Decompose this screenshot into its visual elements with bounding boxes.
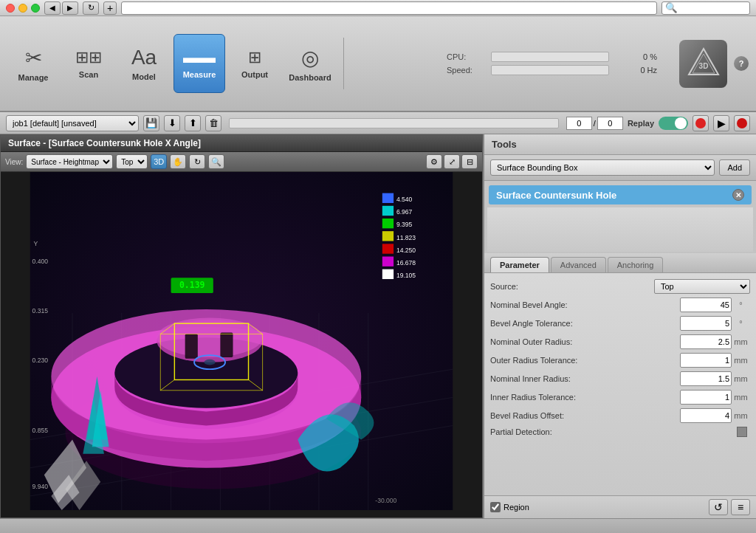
job-counter-max[interactable] bbox=[597, 117, 623, 130]
partial-detection-checkbox[interactable] bbox=[737, 427, 747, 437]
region-checkbox[interactable] bbox=[490, 502, 501, 512]
minimize-button[interactable] bbox=[18, 4, 27, 13]
main-content: Surface - [Surface Countersunk Hole X An… bbox=[0, 134, 756, 518]
replay-toggle[interactable] bbox=[659, 117, 688, 130]
param-input-5[interactable] bbox=[680, 390, 732, 405]
view-pan-button[interactable]: ✋ bbox=[170, 154, 186, 169]
output-label: Output bbox=[241, 70, 268, 79]
job-counter: / bbox=[566, 117, 623, 130]
param-input-3[interactable] bbox=[680, 353, 732, 368]
job-counter-current[interactable] bbox=[566, 117, 592, 130]
view-zoom-button[interactable]: 🔍 bbox=[208, 154, 224, 169]
view-settings-button[interactable]: ⚙ bbox=[426, 154, 442, 169]
param-input-4[interactable] bbox=[680, 371, 732, 386]
param-input-2[interactable] bbox=[680, 334, 732, 349]
view-angle-select[interactable]: Top bbox=[116, 154, 148, 169]
nav-back-button[interactable]: ◀ bbox=[44, 1, 61, 15]
reset-button[interactable]: ↺ bbox=[709, 499, 728, 515]
download-button[interactable]: ⬇ bbox=[164, 115, 180, 131]
source-label: Source: bbox=[490, 282, 654, 291]
view-info-button[interactable]: ⊟ bbox=[461, 154, 478, 169]
svg-text:4.540: 4.540 bbox=[396, 196, 413, 203]
tool-preview-area bbox=[487, 207, 753, 252]
param-row-2: Nominal Outer Radius: mm bbox=[490, 334, 750, 349]
param-unit-4: mm bbox=[732, 374, 750, 383]
svg-text:11.823: 11.823 bbox=[396, 234, 416, 241]
param-row-5: Inner Radius Tolerance: mm bbox=[490, 390, 750, 405]
view-fullscreen-button[interactable]: ⤢ bbox=[444, 154, 460, 169]
toolbar-measure[interactable]: ▬▬ Measure bbox=[173, 34, 225, 93]
3d-visualization[interactable]: 0.139 4.540 6.967 9.395 11.823 14.250 16… bbox=[1, 172, 482, 510]
save-button[interactable]: 💾 bbox=[143, 115, 159, 131]
svg-text:0.400: 0.400 bbox=[32, 258, 49, 265]
new-tab-button[interactable]: + bbox=[103, 1, 117, 15]
refresh-button[interactable]: ↻ bbox=[83, 1, 99, 15]
tools-select-row: Surface Bounding Box Add bbox=[484, 155, 756, 181]
speed-bar bbox=[491, 65, 609, 75]
help-button[interactable]: ? bbox=[734, 56, 749, 71]
param-unit-5: mm bbox=[732, 393, 750, 402]
add-tool-button[interactable]: Add bbox=[719, 159, 750, 176]
bottom-bar: Region ↺ ≡ bbox=[484, 495, 756, 518]
svg-text:9.395: 9.395 bbox=[396, 221, 413, 228]
param-row-0: Nominal Bevel Angle: ° bbox=[490, 298, 750, 312]
svg-text:14.250: 14.250 bbox=[396, 247, 416, 254]
manage-icon: ✂ bbox=[25, 46, 42, 70]
close-button[interactable] bbox=[6, 4, 15, 13]
measure-icon: ▬▬ bbox=[183, 48, 216, 67]
list-button[interactable]: ≡ bbox=[731, 499, 750, 515]
region-label: Region bbox=[504, 503, 529, 512]
speed-label: Speed: bbox=[447, 66, 487, 75]
maximize-button[interactable] bbox=[31, 4, 40, 13]
tool-remove-button[interactable]: ✕ bbox=[732, 189, 744, 201]
job-select[interactable]: job1 [default] [unsaved] bbox=[6, 115, 139, 131]
output-icon: ⊞ bbox=[248, 48, 261, 67]
source-select[interactable]: Top bbox=[654, 279, 750, 294]
toolbar-model[interactable]: Aa Model bbox=[118, 34, 170, 93]
svg-rect-46 bbox=[382, 269, 394, 279]
svg-rect-40 bbox=[382, 231, 394, 241]
partial-detection-label: Partial Detection: bbox=[490, 427, 737, 436]
search-bar[interactable] bbox=[662, 1, 750, 15]
play-button[interactable]: ▶ bbox=[713, 115, 729, 131]
param-label-1: Bevel Angle Tolerance: bbox=[490, 319, 680, 328]
param-input-6[interactable] bbox=[680, 408, 732, 423]
tool-type-select[interactable]: Surface Bounding Box bbox=[490, 159, 715, 176]
dashboard-label: Dashboard bbox=[289, 73, 331, 82]
param-input-0[interactable] bbox=[680, 298, 732, 312]
record-red-button[interactable] bbox=[693, 115, 709, 131]
bottom-actions: ↺ ≡ bbox=[709, 499, 750, 515]
toolbar-scan[interactable]: ⊞⊞ Scan bbox=[63, 34, 114, 93]
svg-text:19.105: 19.105 bbox=[396, 272, 416, 279]
measure-label: Measure bbox=[183, 70, 216, 79]
record-button[interactable] bbox=[734, 115, 750, 131]
tab-parameter[interactable]: Parameter bbox=[490, 257, 549, 272]
toolbar-dashboard[interactable]: ◎ Dashboard bbox=[284, 34, 336, 93]
view-mode-select[interactable]: Surface - Heightmap bbox=[26, 154, 113, 169]
status-footer bbox=[0, 518, 756, 533]
param-label-0: Nominal Bevel Angle: bbox=[490, 300, 680, 309]
viz-area[interactable]: 0.139 4.540 6.967 9.395 11.823 14.250 16… bbox=[1, 172, 482, 510]
toolbar-output[interactable]: ⊞ Output bbox=[229, 34, 281, 93]
tab-advanced[interactable]: Advanced bbox=[551, 257, 606, 272]
record-circle-2 bbox=[737, 118, 747, 128]
view-rotate-button[interactable]: ↻ bbox=[189, 154, 205, 169]
delete-button[interactable]: 🗑 bbox=[205, 115, 221, 131]
svg-text:0.230: 0.230 bbox=[32, 357, 49, 364]
nav-forward-button[interactable]: ▶ bbox=[62, 1, 78, 15]
param-input-1[interactable] bbox=[680, 316, 732, 331]
title-bar: ◀ ▶ ↻ + bbox=[0, 0, 756, 16]
view-3d-button[interactable]: 3D bbox=[151, 154, 167, 169]
tool-item[interactable]: Surface Countersunk Hole ✕ bbox=[489, 185, 752, 204]
source-row: Source: Top bbox=[490, 279, 750, 294]
toolbar-manage[interactable]: ✂ Manage bbox=[7, 34, 59, 93]
upload-button[interactable]: ⬆ bbox=[185, 115, 201, 131]
region-check: Region bbox=[490, 502, 529, 512]
tab-anchoring[interactable]: Anchoring bbox=[608, 257, 664, 272]
panel-title: Surface - [Surface Countersunk Hole X An… bbox=[1, 135, 482, 152]
replay-label: Replay bbox=[628, 119, 654, 128]
address-bar[interactable] bbox=[121, 1, 657, 15]
model-label: Model bbox=[132, 72, 156, 81]
svg-rect-44 bbox=[382, 257, 394, 266]
param-label-5: Inner Radius Tolerance: bbox=[490, 393, 680, 402]
